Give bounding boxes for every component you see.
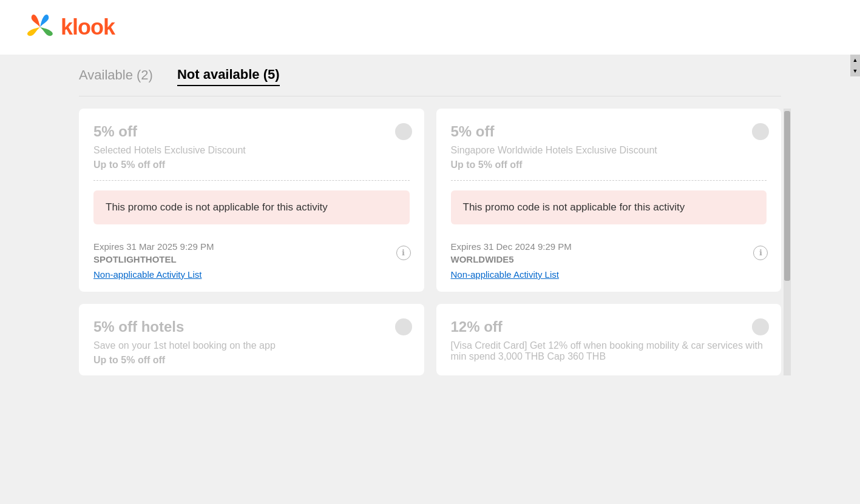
- card-2-non-applicable-link[interactable]: Non-applicable Activity List: [451, 269, 767, 280]
- card-2-info-icon[interactable]: ℹ: [753, 246, 768, 260]
- card-2-top: 5% off Singapore Worldwide Hotels Exclus…: [436, 109, 782, 180]
- card-1-radio[interactable]: [395, 123, 412, 140]
- cards-wrapper: 5% off Selected Hotels Exclusive Discoun…: [79, 109, 781, 375]
- card-2-error-text: This promo code is not applicable for th…: [463, 201, 685, 213]
- card-1-code: SPOTLIGHTHOTEL: [93, 254, 410, 264]
- card-3-radio[interactable]: [395, 318, 412, 335]
- tab-available[interactable]: Available (2): [79, 67, 153, 86]
- card-2-expires: Expires 31 Dec 2024 9:29 PM: [451, 241, 767, 252]
- scroll-down-arrow[interactable]: ▼: [850, 66, 860, 76]
- card-1-title: Selected Hotels Exclusive Discount: [93, 145, 410, 156]
- scroll-thumb[interactable]: [784, 111, 790, 281]
- card-1-bottom: Expires 31 Mar 2025 9:29 PM SPOTLIGHTHOT…: [79, 234, 424, 292]
- logo-text: klook: [61, 15, 115, 40]
- card-1-error-text: This promo code is not applicable for th…: [106, 201, 328, 213]
- main-content: ▲ ▼ Available (2) Not available (5) 5% o…: [0, 55, 860, 504]
- card-2-radio[interactable]: [752, 123, 769, 140]
- tabs-container: Available (2) Not available (5): [79, 67, 781, 96]
- card-1-expires: Expires 31 Mar 2025 9:29 PM: [93, 241, 410, 252]
- promo-card-1: 5% off Selected Hotels Exclusive Discoun…: [79, 109, 424, 292]
- card-2-subtitle: Up to 5% off off: [451, 160, 767, 170]
- card-1-discount: 5% off: [93, 123, 410, 140]
- outer-scrollbar[interactable]: ▲ ▼: [850, 55, 860, 504]
- card-1-divider: [93, 180, 410, 181]
- card-4-discount: 12% off: [451, 318, 767, 335]
- card-1-non-applicable-link[interactable]: Non-applicable Activity List: [93, 269, 410, 280]
- card-2-bottom: Expires 31 Dec 2024 9:29 PM WORLDWIDE5 ℹ…: [436, 234, 782, 292]
- card-1-top: 5% off Selected Hotels Exclusive Discoun…: [79, 109, 424, 180]
- card-3-title: Save on your 1st hotel booking on the ap…: [93, 340, 410, 351]
- card-4-top: 12% off [Visa Credit Card] Get 12% off w…: [436, 304, 782, 375]
- promo-card-3: 5% off hotels Save on your 1st hotel boo…: [79, 304, 424, 375]
- card-3-subtitle: Up to 5% off off: [93, 355, 410, 366]
- tab-not-available[interactable]: Not available (5): [177, 67, 280, 86]
- klook-logo-icon: [24, 12, 56, 43]
- card-2-divider: [451, 180, 767, 181]
- card-4-title: [Visa Credit Card] Get 12% off when book…: [451, 340, 767, 362]
- card-2-code: WORLDWIDE5: [451, 254, 767, 264]
- card-2-title: Singapore Worldwide Hotels Exclusive Dis…: [451, 145, 767, 156]
- header: klook: [0, 0, 860, 55]
- card-1-error-box: This promo code is not applicable for th…: [93, 190, 410, 224]
- card-3-discount: 5% off hotels: [93, 318, 410, 335]
- card-4-radio[interactable]: [752, 318, 769, 335]
- inner-scrollbar[interactable]: [784, 109, 791, 375]
- card-3-top: 5% off hotels Save on your 1st hotel boo…: [79, 304, 424, 375]
- card-2-error-box: This promo code is not applicable for th…: [451, 190, 767, 224]
- card-1-info-icon[interactable]: ℹ: [396, 246, 411, 260]
- logo: klook: [24, 12, 115, 43]
- card-2-discount: 5% off: [451, 123, 767, 140]
- promo-card-2: 5% off Singapore Worldwide Hotels Exclus…: [436, 109, 782, 292]
- cards-grid: 5% off Selected Hotels Exclusive Discoun…: [79, 109, 781, 375]
- promo-card-4: 12% off [Visa Credit Card] Get 12% off w…: [436, 304, 782, 375]
- scroll-up-arrow[interactable]: ▲: [850, 55, 860, 66]
- card-1-subtitle: Up to 5% off off: [93, 160, 410, 170]
